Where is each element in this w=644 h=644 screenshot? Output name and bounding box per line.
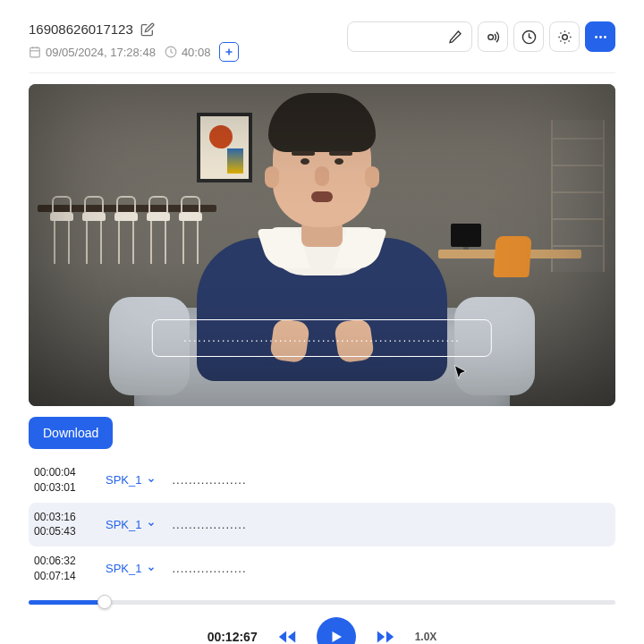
more-button[interactable] [585, 21, 615, 52]
svg-line-13 [568, 40, 569, 41]
segment-end: 00:03:01 [34, 480, 89, 496]
svg-rect-0 [30, 47, 40, 57]
voice-icon [486, 30, 501, 45]
speaker-label: SPK_1 [106, 473, 141, 487]
svg-point-20 [604, 36, 606, 38]
more-icon [593, 30, 608, 45]
play-icon [328, 629, 344, 644]
duration-text: 40:08 [182, 46, 211, 59]
player-controls: 00:12:67 1.0X [29, 617, 615, 644]
recording-title: 16908626017123 [29, 21, 133, 37]
svg-marker-22 [288, 631, 295, 642]
title-row: 16908626017123 [29, 21, 239, 37]
svg-point-7 [487, 34, 493, 39]
clock-icon [521, 30, 537, 45]
search-input[interactable] [347, 21, 472, 52]
edit-title-icon[interactable] [140, 22, 155, 37]
video-player[interactable]: ........................................… [29, 84, 615, 406]
calendar-icon [29, 46, 41, 58]
caption-box[interactable]: ........................................… [152, 319, 492, 357]
svg-marker-24 [386, 631, 394, 642]
meta-row: 09/05/2024, 17:28:48 40:08 [29, 42, 239, 62]
datetime-text: 09/05/2024, 17:28:48 [46, 46, 156, 59]
video-scene [29, 84, 615, 406]
datetime-meta: 09/05/2024, 17:28:48 [29, 46, 156, 59]
segment-times: 00:06:32 00:07:14 [34, 554, 89, 584]
pen-icon [448, 30, 462, 44]
chevron-down-icon [147, 564, 156, 573]
segment-start: 00:00:04 [34, 465, 89, 480]
transcript-segment[interactable]: 00:06:32 00:07:14 SPK_1 ................… [29, 547, 615, 591]
segment-text: .................. [172, 562, 246, 575]
svg-marker-21 [279, 631, 286, 642]
svg-marker-25 [377, 631, 385, 642]
rewind-button[interactable] [277, 627, 297, 644]
current-time: 00:12:67 [208, 630, 258, 644]
segment-end: 00:07:14 [34, 569, 89, 584]
segment-end: 00:05:43 [34, 524, 89, 539]
progress-thumb[interactable] [97, 595, 112, 609]
chevron-down-icon [147, 520, 156, 529]
speaker-label: SPK_1 [106, 518, 141, 531]
cursor-icon [453, 364, 469, 380]
clock-icon [165, 46, 177, 58]
speaker-dropdown[interactable]: SPK_1 [106, 473, 156, 487]
speed-button[interactable]: 1.0X [415, 631, 437, 643]
duration-meta: 40:08 [165, 46, 211, 59]
transcript-list: 00:00:04 00:03:01 SPK_1 ................… [29, 458, 615, 591]
svg-marker-23 [332, 631, 342, 642]
download-button[interactable]: Download [29, 417, 113, 449]
svg-line-17 [568, 32, 569, 33]
progress-slider[interactable] [29, 600, 615, 605]
transcript-segment[interactable]: 00:00:04 00:03:01 SPK_1 ................… [29, 458, 615, 503]
play-button[interactable] [317, 617, 356, 644]
svg-point-18 [595, 36, 597, 38]
svg-line-12 [560, 32, 561, 33]
header-left: 16908626017123 09/05/2024, 17:28:48 40:0 [29, 21, 239, 62]
chevron-down-icon [147, 476, 156, 485]
header: 16908626017123 09/05/2024, 17:28:48 40:0 [29, 21, 615, 73]
segment-start: 00:03:16 [34, 510, 89, 525]
speaker-dropdown[interactable]: SPK_1 [106, 518, 156, 531]
add-button[interactable] [219, 42, 239, 62]
speaker-dropdown[interactable]: SPK_1 [106, 562, 156, 575]
segment-text: .................. [172, 473, 246, 487]
svg-line-16 [560, 40, 561, 41]
transcript-segment[interactable]: 00:03:16 00:05:43 SPK_1 ................… [29, 503, 615, 547]
history-button[interactable] [513, 21, 544, 52]
caption-placeholder: ........................................… [183, 332, 460, 344]
sun-icon [557, 30, 572, 45]
segment-times: 00:03:16 00:05:43 [34, 510, 89, 540]
header-right [347, 21, 615, 52]
svg-point-9 [562, 34, 567, 39]
speaker-label: SPK_1 [106, 562, 141, 575]
theme-button[interactable] [549, 21, 580, 52]
player-bar: 00:12:67 1.0X [29, 600, 615, 644]
svg-point-19 [599, 36, 602, 38]
segment-start: 00:06:32 [34, 554, 89, 569]
forward-button[interactable] [376, 627, 395, 644]
segment-text: .................. [172, 518, 246, 531]
voice-button[interactable] [478, 21, 508, 52]
progress-fill [29, 600, 105, 605]
segment-times: 00:00:04 00:03:01 [34, 465, 89, 496]
